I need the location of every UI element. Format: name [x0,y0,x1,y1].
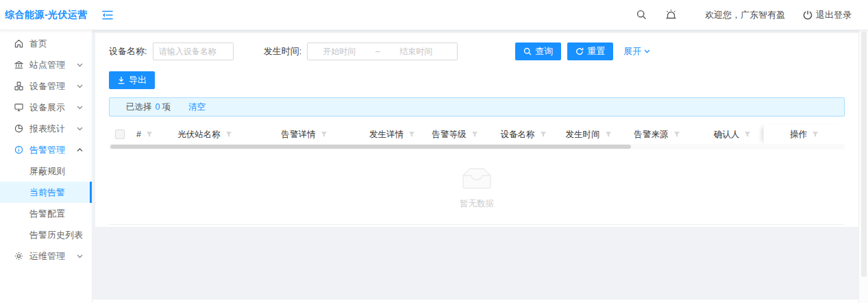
column-header-station-name: 光伏站名称 [158,125,251,144]
sidebar-subitem-alarm-config[interactable]: 告警配置 [0,203,92,224]
sidebar-subitem-current-alarms[interactable]: 当前告警 [0,182,92,203]
table-horizontal-scrollbar [109,144,845,149]
sidebar-item-label: 设备管理 [29,80,65,93]
ops-icon [14,252,23,261]
table-empty-body: 暂无数据 [109,149,845,225]
sidebar-item-home[interactable]: 首页 [0,33,92,54]
home-icon [14,39,23,49]
alarm-icon[interactable] [665,9,678,21]
empty-text: 暂无数据 [460,198,494,210]
end-time-input[interactable] [384,44,447,59]
sidebar-item-label: 报表统计 [29,123,65,135]
alert-icon [14,145,23,155]
clear-selection-link[interactable]: 清空 [188,101,206,113]
logout-label: 退出登录 [816,9,852,21]
filter-icon[interactable] [225,131,232,138]
device-name-input[interactable] [153,43,234,60]
column-header-alarm-source: 告警来源 [612,125,702,144]
menu-fold-icon[interactable] [102,10,113,20]
site-icon [14,60,23,70]
chevron-down-icon [77,254,83,258]
sidebar-item-devices[interactable]: 设备管理 [0,75,92,97]
expand-link[interactable]: 展开 [623,45,650,58]
alarm-table: # 光伏站名称 告警详情 [109,125,845,225]
filter-icon[interactable] [146,131,153,138]
display-icon [14,103,23,112]
column-header-occur-detail: 发生详情 [357,125,427,144]
sidebar-item-sites[interactable]: 站点管理 [0,54,92,75]
report-icon [14,124,23,134]
column-header-confirmer: 确认人 [702,125,763,144]
chevron-down-icon [77,84,83,88]
search-icon [523,47,532,56]
select-all-checkbox-cell [109,130,131,139]
horizontal-scrollbar-thumb[interactable] [110,145,631,149]
content-area: 设备名称: 发生时间: – 查询 [92,30,858,303]
sidebar-item-label: 当前告警 [29,186,65,199]
device-name-label: 设备名称: [109,45,147,58]
sidebar-item-label: 屏蔽规则 [29,165,65,178]
vertical-scrollbar-thumb[interactable] [861,32,867,277]
time-range-picker[interactable]: – [307,43,458,60]
search-button[interactable]: 查询 [515,43,561,60]
download-icon [117,76,125,84]
table-toolbar: 导出 [109,71,845,89]
column-header-actions: 操作 [763,125,845,144]
logout-button[interactable]: 退出登录 [803,9,852,21]
range-separator: – [371,47,384,56]
filter-icon[interactable] [605,131,612,138]
chevron-down-icon [644,49,650,53]
search-icon[interactable] [636,10,647,20]
table-header-row: # 光伏站名称 告警详情 [109,125,845,144]
filter-icon[interactable] [673,131,680,138]
sidebar-item-label: 首页 [29,38,47,50]
refresh-icon [575,47,584,56]
empty-box-icon [455,165,499,193]
column-header-alarm-level: 告警等级 [427,125,482,144]
topbar: 综合能源-光伏运营 欢迎您，广东智有盈 [0,0,868,30]
column-header-device-name: 设备名称 [482,125,565,144]
chevron-up-icon [77,148,83,152]
app-logo: 综合能源-光伏运营 [0,9,92,21]
welcome-text: 欢迎您，广东智有盈 [705,9,785,21]
sidebar: 首页 站点管理 设备管理 [0,30,92,303]
filter-icon[interactable] [744,131,751,138]
sidebar-item-label: 运维管理 [29,250,65,263]
sidebar-subitem-mask-rules[interactable]: 屏蔽规则 [0,160,92,182]
sidebar-item-alarms[interactable]: 告警管理 [0,139,92,160]
power-icon [803,10,813,20]
device-icon [14,82,23,91]
column-header-occur-time: 发生时间 [565,125,612,144]
filter-form: 设备名称: 发生时间: – 查询 [109,43,845,60]
sidebar-subitem-alarm-history[interactable]: 告警历史列表 [0,224,92,245]
filter-icon[interactable] [540,131,547,138]
sidebar-item-ops[interactable]: 运维管理 [0,245,92,267]
sidebar-item-display[interactable]: 设备展示 [0,97,92,118]
column-header-index: # [131,125,158,144]
reset-button[interactable]: 重置 [567,43,613,60]
start-time-input[interactable] [308,44,371,59]
filter-icon[interactable] [408,131,415,138]
chevron-down-icon [77,106,83,110]
sidebar-item-label: 站点管理 [29,59,65,71]
chevron-down-icon [77,63,83,67]
filter-icon[interactable] [812,131,819,138]
export-button[interactable]: 导出 [109,71,155,89]
selection-bar: 已选择 0 项 清空 [109,97,845,117]
selection-prefix: 已选择 [126,101,152,113]
filter-icon[interactable] [321,131,327,138]
window-hscrollbar-track [92,300,858,303]
select-all-checkbox[interactable] [115,130,125,139]
column-header-alarm-detail: 告警详情 [251,125,357,144]
sidebar-item-label: 告警历史列表 [29,229,83,241]
filter-icon[interactable] [471,131,478,138]
chevron-down-icon [77,127,83,131]
sidebar-item-label: 设备展示 [29,101,65,114]
content-card: 设备名称: 发生时间: – 查询 [95,33,858,227]
selection-count: 0 [156,102,160,112]
sidebar-item-label: 告警配置 [29,208,65,220]
sidebar-item-reports[interactable]: 报表统计 [0,118,92,139]
selection-unit: 项 [162,101,171,113]
occur-time-label: 发生时间: [264,45,302,58]
sidebar-item-label: 告警管理 [29,144,65,156]
